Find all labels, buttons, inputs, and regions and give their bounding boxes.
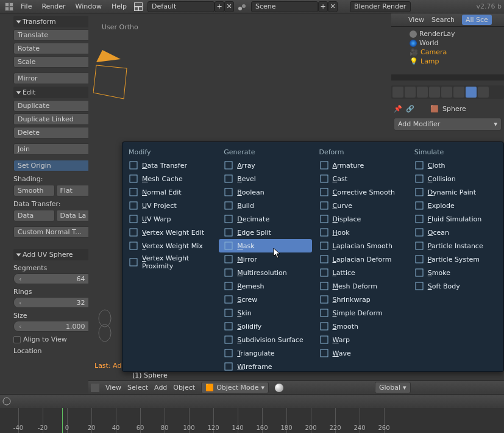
v3d-menu-select[interactable]: Select (127, 384, 148, 392)
modifier-solidify[interactable]: Solidify (219, 320, 311, 333)
outliner-row-world[interactable]: World (395, 38, 500, 48)
outliner-row-lamp[interactable]: 💡Lamp (395, 57, 500, 66)
modifier-uv-warp[interactable]: UV Warp (124, 212, 216, 226)
mode-dropdown[interactable]: 🟧 Object Mode▾ (201, 382, 269, 393)
translate-button[interactable]: Translate (13, 29, 97, 41)
menu-window[interactable]: Window (71, 2, 107, 10)
modifier-decimate[interactable]: Decimate (219, 212, 311, 226)
outliner-view[interactable]: View (408, 16, 424, 24)
modifier-collision[interactable]: Collision (410, 172, 502, 185)
outliner-row-renderlay[interactable]: RenderLay (395, 29, 500, 38)
delete-button[interactable]: Delete (13, 127, 97, 138)
menu-help[interactable]: Help (107, 2, 132, 10)
modifier-screw[interactable]: Screw (219, 293, 311, 306)
modifier-bevel[interactable]: Bevel (219, 172, 311, 185)
modifier-mask[interactable]: Mask (219, 239, 311, 252)
modifier-uv-project[interactable]: UV Project (124, 199, 216, 212)
rotate-button[interactable]: Rotate (13, 43, 97, 54)
modifier-vertex-weight-proximity[interactable]: Vertex Weight Proximity (124, 252, 216, 272)
modifier-hook[interactable]: Hook (314, 226, 407, 239)
modifier-data-transfer[interactable]: Data Transfer (124, 159, 216, 172)
orientation-dropdown[interactable]: Global▾ (375, 382, 411, 393)
data-button[interactable]: Data (13, 210, 55, 221)
tab-constraints-icon[interactable] (453, 87, 464, 98)
tab-world-icon[interactable] (429, 87, 440, 98)
modifier-array[interactable]: Array (219, 159, 311, 172)
modifier-armature[interactable]: Armature (314, 159, 407, 172)
modifier-lattice[interactable]: Lattice (314, 266, 407, 279)
modifier-displace[interactable]: Displace (314, 212, 407, 226)
panel-edit[interactable]: Edit (13, 87, 97, 98)
set-origin-dropdown[interactable]: Set Origin▸ (13, 160, 97, 171)
menu-file[interactable]: File (16, 2, 37, 10)
modifier-wireframe[interactable]: Wireframe (219, 360, 311, 373)
modifier-ocean[interactable]: Ocean (410, 226, 502, 239)
screen-layout-icon[interactable] (134, 2, 143, 11)
blender-editor-icon[interactable] (5, 2, 13, 11)
menu-render[interactable]: Render (37, 2, 70, 10)
modifier-vertex-weight-edit[interactable]: Vertex Weight Edit (124, 226, 216, 239)
modifier-laplacian-deform[interactable]: Laplacian Deform (314, 252, 407, 266)
shading-icon[interactable] (275, 384, 283, 392)
tab-data-icon[interactable] (478, 87, 489, 98)
modifier-mesh-cache[interactable]: Mesh Cache (124, 172, 216, 185)
modifier-particle-instance[interactable]: Particle Instance (410, 239, 502, 252)
properties-tabs[interactable] (391, 85, 504, 99)
camera-object[interactable] (93, 47, 130, 102)
modifier-soft-body[interactable]: Soft Body (410, 279, 502, 293)
modifier-mesh-deform[interactable]: Mesh Deform (314, 279, 407, 293)
modifier-laplacian-smooth[interactable]: Laplacian Smooth (314, 239, 407, 252)
render-engine-dropdown[interactable]: Blender Render (350, 1, 411, 12)
outliner-all-scenes[interactable]: All Sce (462, 15, 492, 25)
segments-field[interactable]: ‹64› (13, 273, 97, 284)
modifier-cloth[interactable]: Cloth (410, 159, 502, 172)
modifier-normal-edit[interactable]: Normal Edit (124, 185, 216, 199)
modifier-smoke[interactable]: Smoke (410, 266, 502, 279)
layout-dropdown[interactable]: Default (147, 1, 215, 12)
timeline-cursor[interactable] (62, 408, 63, 433)
join-button[interactable]: Join (13, 143, 97, 155)
tab-scene-icon[interactable] (417, 87, 428, 98)
modifier-remesh[interactable]: Remesh (219, 279, 311, 293)
tab-render-icon[interactable] (392, 87, 403, 98)
modifier-particle-system[interactable]: Particle System (410, 252, 502, 266)
modifier-simple-deform[interactable]: Simple Deform (314, 306, 407, 320)
scale-button[interactable]: Scale (13, 56, 97, 68)
modifier-shrinkwrap[interactable]: Shrinkwrap (314, 293, 407, 306)
tab-modifiers-icon[interactable] (466, 87, 477, 98)
tab-object-icon[interactable] (441, 87, 452, 98)
timeline-editor-icon[interactable] (2, 397, 11, 406)
modifier-boolean[interactable]: Boolean (219, 185, 311, 199)
modifier-curve[interactable]: Curve (314, 199, 407, 212)
scene-add[interactable]: + (318, 1, 328, 12)
outliner-search[interactable]: Search (431, 16, 455, 24)
add-modifier-dropdown[interactable]: Add Modifier▾ (394, 118, 502, 131)
size-field[interactable]: ‹1.000› (13, 321, 97, 332)
pin-icon[interactable]: 📌 (394, 105, 402, 113)
modifier-build[interactable]: Build (219, 199, 311, 212)
modifier-smooth[interactable]: Smooth (314, 320, 407, 333)
modifier-corrective-smooth[interactable]: Corrective Smooth (314, 185, 407, 199)
panel-transform[interactable]: Transform (13, 16, 97, 27)
modifier-fluid-simulation[interactable]: Fluid Simulation (410, 212, 502, 226)
scene-close[interactable]: ✕ (328, 1, 338, 12)
mirror-button[interactable]: Mirror (13, 73, 97, 84)
nav-gizmo[interactable] (96, 306, 114, 343)
modifier-vertex-weight-mix[interactable]: Vertex Weight Mix (124, 239, 216, 252)
outliner-tree[interactable]: RenderLay World 🎥Camera 💡Lamp (391, 27, 504, 68)
modifier-mirror[interactable]: Mirror (219, 252, 311, 266)
modifier-subdivision-surface[interactable]: Subdivision Surface (219, 333, 311, 346)
editor-type-icon[interactable] (91, 384, 99, 392)
align-to-view-check[interactable]: Align to View (13, 335, 97, 343)
modifier-warp[interactable]: Warp (314, 333, 407, 346)
modifier-cast[interactable]: Cast (314, 172, 407, 185)
v3d-menu-object[interactable]: Object (173, 384, 195, 392)
outliner-row-camera[interactable]: 🎥Camera (395, 48, 500, 57)
v3d-menu-add[interactable]: Add (154, 384, 167, 392)
duplicate-linked-button[interactable]: Duplicate Linked (13, 113, 97, 125)
modifier-skin[interactable]: Skin (219, 306, 311, 320)
tab-layers-icon[interactable] (405, 87, 416, 98)
shading-smooth[interactable]: Smooth (13, 185, 55, 196)
rings-field[interactable]: ‹32› (13, 297, 97, 308)
modifier-triangulate[interactable]: Triangulate (219, 346, 311, 360)
